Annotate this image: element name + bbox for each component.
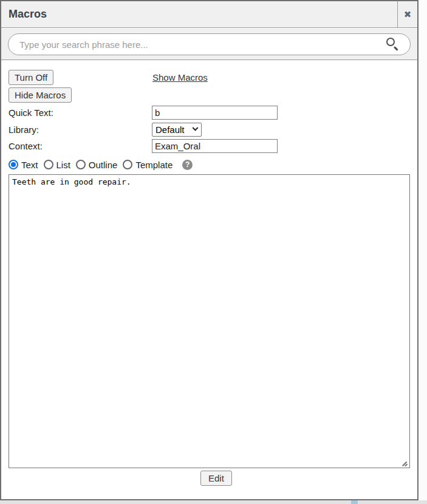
quick-text-input[interactable] — [152, 106, 278, 120]
search-icon[interactable] — [386, 37, 400, 52]
context-label: Context: — [9, 141, 43, 151]
chevron-down-icon — [193, 125, 199, 131]
radio-unselected-icon — [76, 160, 86, 169]
radio-label: List — [56, 160, 70, 170]
search-bar — [8, 33, 411, 55]
close-icon: ✖ — [404, 9, 412, 20]
hide-macros-button[interactable]: Hide Macros — [9, 87, 72, 103]
turn-off-button[interactable]: Turn Off — [9, 70, 53, 85]
radio-option-list[interactable]: List — [44, 160, 70, 170]
radio-label: Outline — [89, 160, 118, 170]
macros-dialog: Macros ✖ Turn Off Show Macros Hide Macro… — [0, 0, 418, 500]
page-background-bottom — [0, 500, 427, 504]
mode-radio-group: Text List Outline Template ? — [9, 158, 193, 171]
show-macros-link[interactable]: Show Macros — [152, 72, 208, 83]
help-icon[interactable]: ? — [182, 160, 193, 170]
radio-option-template[interactable]: Template — [123, 160, 173, 170]
page-background-right — [418, 59, 427, 500]
dialog-header: Macros ✖ — [1, 1, 417, 28]
search-section — [1, 29, 417, 60]
radio-selected-icon — [9, 160, 18, 169]
radio-unselected-icon — [44, 160, 53, 169]
radio-unselected-icon — [123, 160, 132, 169]
close-button[interactable]: ✖ — [397, 1, 417, 28]
library-selected-value: Default — [155, 124, 191, 135]
macro-content-textarea[interactable]: Teeth are in good repair. — [9, 174, 410, 468]
radio-label: Template — [135, 160, 173, 170]
radio-option-outline[interactable]: Outline — [76, 160, 118, 170]
library-label: Library: — [9, 124, 39, 135]
quick-text-label: Quick Text: — [9, 107, 53, 118]
library-select[interactable]: Default — [152, 123, 202, 137]
search-input[interactable] — [9, 34, 386, 55]
dialog-title: Macros — [9, 8, 47, 21]
context-input[interactable] — [152, 139, 278, 153]
page-background-accent — [351, 500, 358, 504]
radio-option-text[interactable]: Text — [9, 160, 38, 170]
radio-label: Text — [21, 160, 38, 170]
edit-button[interactable]: Edit — [200, 471, 232, 486]
